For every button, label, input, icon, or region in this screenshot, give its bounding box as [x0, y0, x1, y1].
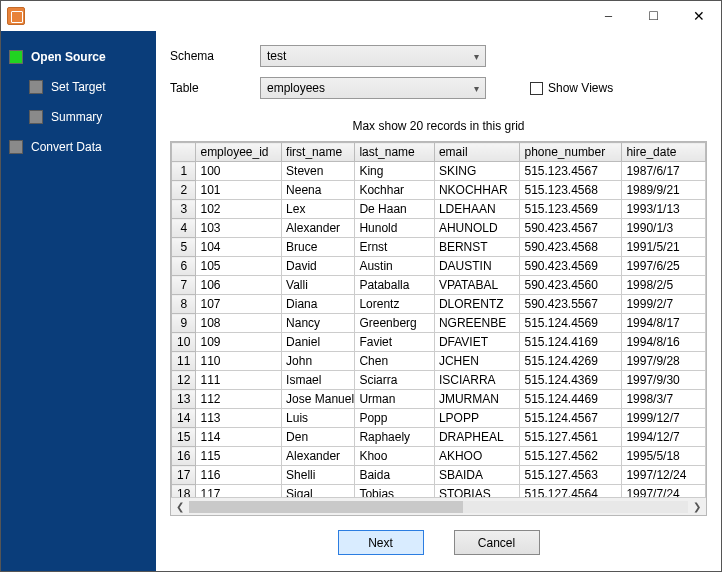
table-row[interactable]: 14113LuisPoppLPOPP515.124.45671999/12/7	[172, 409, 706, 428]
cell[interactable]: 1999/12/7	[622, 409, 706, 428]
cell[interactable]: De Haan	[355, 200, 434, 219]
cell[interactable]: 117	[196, 485, 282, 498]
maximize-button[interactable]: □	[631, 1, 676, 31]
table-row[interactable]: 13112Jose ManuelUrmanJMURMAN515.124.4469…	[172, 390, 706, 409]
cell[interactable]: 1999/2/7	[622, 295, 706, 314]
cell[interactable]: 113	[196, 409, 282, 428]
cell[interactable]: SBAIDA	[434, 466, 520, 485]
cell[interactable]: Sigal	[282, 485, 355, 498]
cell[interactable]: 1987/6/17	[622, 162, 706, 181]
cell[interactable]: Raphaely	[355, 428, 434, 447]
table-row[interactable]: 8107DianaLorentzDLORENTZ590.423.55671999…	[172, 295, 706, 314]
next-button[interactable]: Next	[338, 530, 424, 555]
cell[interactable]: Lorentz	[355, 295, 434, 314]
table-row[interactable]: 2101NeenaKochharNKOCHHAR515.123.45681989…	[172, 181, 706, 200]
sidebar-item-convert-data[interactable]: Convert Data	[9, 139, 148, 155]
scroll-thumb[interactable]	[189, 501, 463, 513]
cell[interactable]: 105	[196, 257, 282, 276]
table-row[interactable]: 7106ValliPataballaVPATABAL590.423.456019…	[172, 276, 706, 295]
cell[interactable]: Urman	[355, 390, 434, 409]
cell[interactable]: 1997/9/28	[622, 352, 706, 371]
table-row[interactable]: 18117SigalTobiasSTOBIAS515.127.45641997/…	[172, 485, 706, 498]
cell[interactable]: 515.124.4369	[520, 371, 622, 390]
cell[interactable]: BERNST	[434, 238, 520, 257]
cell[interactable]: DLORENTZ	[434, 295, 520, 314]
cell[interactable]: 1994/12/7	[622, 428, 706, 447]
cell[interactable]: 515.123.4569	[520, 200, 622, 219]
table-row[interactable]: 10109DanielFavietDFAVIET515.124.41691994…	[172, 333, 706, 352]
table-row[interactable]: 5104BruceErnstBERNST590.423.45681991/5/2…	[172, 238, 706, 257]
cell[interactable]: DRAPHEAL	[434, 428, 520, 447]
cell[interactable]: 1997/7/24	[622, 485, 706, 498]
cell[interactable]: 515.127.4561	[520, 428, 622, 447]
cell[interactable]: Alexander	[282, 219, 355, 238]
cell[interactable]: 102	[196, 200, 282, 219]
cell[interactable]: David	[282, 257, 355, 276]
cell[interactable]: 515.124.4169	[520, 333, 622, 352]
cell[interactable]: DFAVIET	[434, 333, 520, 352]
column-header[interactable]: phone_number	[520, 143, 622, 162]
sidebar-item-summary[interactable]: Summary	[29, 109, 148, 125]
cell[interactable]: 1995/5/18	[622, 447, 706, 466]
cell[interactable]: AHUNOLD	[434, 219, 520, 238]
cell[interactable]: Neena	[282, 181, 355, 200]
table-row[interactable]: 17116ShelliBaidaSBAIDA515.127.45631997/1…	[172, 466, 706, 485]
cell[interactable]: 115	[196, 447, 282, 466]
cell[interactable]: AKHOO	[434, 447, 520, 466]
cell[interactable]: 590.423.4567	[520, 219, 622, 238]
cell[interactable]: Popp	[355, 409, 434, 428]
cell[interactable]: Hunold	[355, 219, 434, 238]
cell[interactable]: 108	[196, 314, 282, 333]
table-row[interactable]: 3102LexDe HaanLDEHAAN515.123.45691993/1/…	[172, 200, 706, 219]
minimize-button[interactable]: –	[586, 1, 631, 31]
cell[interactable]: 515.124.4567	[520, 409, 622, 428]
cell[interactable]: JMURMAN	[434, 390, 520, 409]
cell[interactable]: Shelli	[282, 466, 355, 485]
cell[interactable]: Austin	[355, 257, 434, 276]
cell[interactable]: Luis	[282, 409, 355, 428]
cell[interactable]: Ismael	[282, 371, 355, 390]
cell[interactable]: 100	[196, 162, 282, 181]
cell[interactable]: Alexander	[282, 447, 355, 466]
table-row[interactable]: 11110JohnChenJCHEN515.124.42691997/9/28	[172, 352, 706, 371]
table-row[interactable]: 9108NancyGreenbergNGREENBE515.124.456919…	[172, 314, 706, 333]
cell[interactable]: 590.423.4569	[520, 257, 622, 276]
schema-select[interactable]: test ▾	[260, 45, 486, 67]
column-header[interactable]: first_name	[282, 143, 355, 162]
cell[interactable]: 107	[196, 295, 282, 314]
cell[interactable]: 515.124.4569	[520, 314, 622, 333]
sidebar-item-open-source[interactable]: Open Source	[9, 49, 148, 65]
cell[interactable]: JCHEN	[434, 352, 520, 371]
cell[interactable]: Baida	[355, 466, 434, 485]
cell[interactable]: 515.123.4568	[520, 181, 622, 200]
table-select[interactable]: employees ▾	[260, 77, 486, 99]
cell[interactable]: STOBIAS	[434, 485, 520, 498]
column-header[interactable]: email	[434, 143, 520, 162]
column-header[interactable]: last_name	[355, 143, 434, 162]
cell[interactable]: Valli	[282, 276, 355, 295]
cell[interactable]: Jose Manuel	[282, 390, 355, 409]
cell[interactable]: 590.423.5567	[520, 295, 622, 314]
cell[interactable]: Chen	[355, 352, 434, 371]
cell[interactable]: 1991/5/21	[622, 238, 706, 257]
cell[interactable]: 590.423.4568	[520, 238, 622, 257]
cell[interactable]: 1998/3/7	[622, 390, 706, 409]
cell[interactable]: 1993/1/13	[622, 200, 706, 219]
cell[interactable]: 103	[196, 219, 282, 238]
cell[interactable]: Steven	[282, 162, 355, 181]
cell[interactable]: NKOCHHAR	[434, 181, 520, 200]
cell[interactable]: 515.127.4563	[520, 466, 622, 485]
cell[interactable]: Faviet	[355, 333, 434, 352]
cell[interactable]: 515.127.4562	[520, 447, 622, 466]
sidebar-item-set-target[interactable]: Set Target	[29, 79, 148, 95]
cell[interactable]: LDEHAAN	[434, 200, 520, 219]
cell[interactable]: 104	[196, 238, 282, 257]
cell[interactable]: Bruce	[282, 238, 355, 257]
cell[interactable]: Diana	[282, 295, 355, 314]
cell[interactable]: 101	[196, 181, 282, 200]
cell[interactable]: SKING	[434, 162, 520, 181]
cell[interactable]: 1989/9/21	[622, 181, 706, 200]
cell[interactable]: Ernst	[355, 238, 434, 257]
cell[interactable]: VPATABAL	[434, 276, 520, 295]
table-row[interactable]: 12111IsmaelSciarraISCIARRA515.124.436919…	[172, 371, 706, 390]
